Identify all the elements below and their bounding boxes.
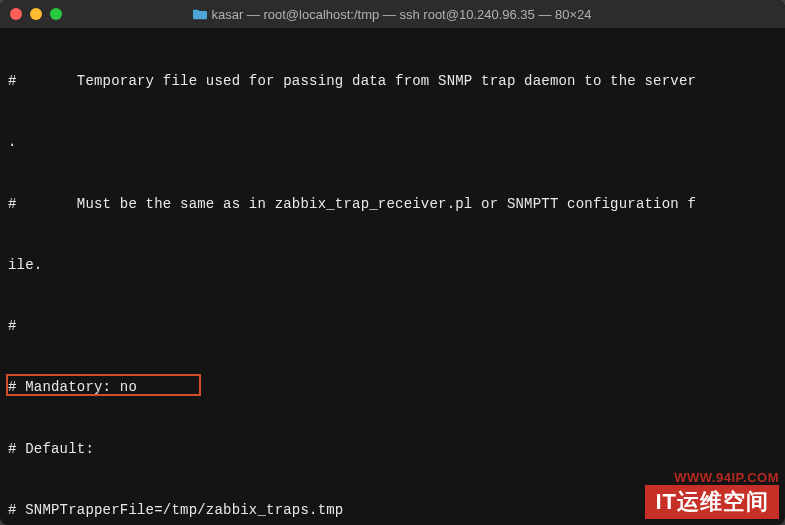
watermark: WWW.94IP.COM IT运维空间 <box>645 470 779 519</box>
close-button[interactable] <box>10 8 22 20</box>
terminal-body[interactable]: # Temporary file used for passing data f… <box>0 28 785 525</box>
terminal-window: kasar — root@localhost:/tmp — ssh root@1… <box>0 0 785 525</box>
window-controls <box>10 8 62 20</box>
minimize-button[interactable] <box>30 8 42 20</box>
terminal-line: # <box>8 316 777 336</box>
terminal-line: . <box>8 132 777 152</box>
watermark-url: WWW.94IP.COM <box>674 470 779 485</box>
terminal-line: # Default: <box>8 439 777 459</box>
window-title: kasar — root@localhost:/tmp — ssh root@1… <box>211 7 591 22</box>
maximize-button[interactable] <box>50 8 62 20</box>
terminal-line: # Mandatory: no <box>8 377 777 397</box>
terminal-line: # Must be the same as in zabbix_trap_rec… <box>8 194 777 214</box>
folder-icon <box>193 7 207 21</box>
watermark-label: IT运维空间 <box>645 485 779 519</box>
title-area: kasar — root@localhost:/tmp — ssh root@1… <box>0 7 785 22</box>
terminal-line: # Temporary file used for passing data f… <box>8 71 777 91</box>
title-bar[interactable]: kasar — root@localhost:/tmp — ssh root@1… <box>0 0 785 28</box>
terminal-line: ile. <box>8 255 777 275</box>
